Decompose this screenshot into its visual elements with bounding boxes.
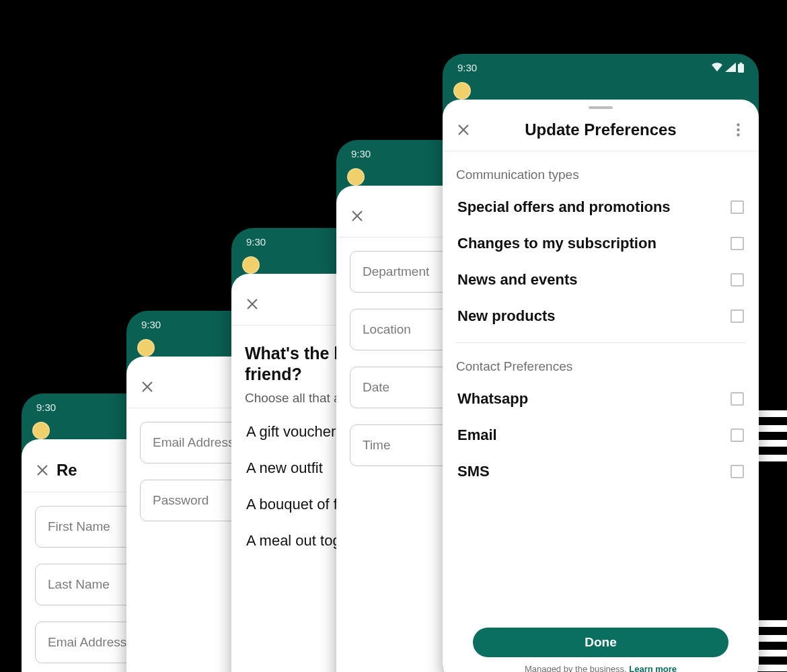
signal-icon xyxy=(725,63,736,72)
pref-sms[interactable]: SMS xyxy=(443,453,759,490)
sheet-handle[interactable] xyxy=(589,106,613,109)
check-row-label: News and events xyxy=(457,271,578,289)
avatar xyxy=(347,168,365,186)
svg-rect-1 xyxy=(740,63,743,64)
close-icon[interactable] xyxy=(348,207,366,225)
avatar xyxy=(32,422,50,439)
learn-more-link[interactable]: Learn more xyxy=(629,664,677,672)
deco-stripe xyxy=(757,440,787,447)
battery-icon xyxy=(738,63,744,73)
wifi-icon xyxy=(711,63,723,72)
close-icon[interactable] xyxy=(34,461,51,479)
pref-special-offers[interactable]: Special offers and promotions xyxy=(443,189,759,225)
avatar xyxy=(242,256,260,274)
svg-rect-0 xyxy=(738,64,744,73)
checkbox-icon[interactable] xyxy=(730,428,744,442)
svg-point-4 xyxy=(737,133,739,136)
pref-subscription-changes[interactable]: Changes to my subscription xyxy=(443,225,759,262)
deco-stripe xyxy=(757,650,787,657)
close-icon[interactable] xyxy=(139,378,156,396)
kebab-menu-icon[interactable] xyxy=(729,121,747,139)
check-row-label: SMS xyxy=(457,463,490,480)
avatar xyxy=(137,339,155,357)
checkbox-icon[interactable] xyxy=(730,465,744,478)
deco-stripe xyxy=(757,665,787,671)
pref-email[interactable]: Email xyxy=(443,417,759,453)
deco-stripe xyxy=(757,620,787,627)
check-row-label: Changes to my subscription xyxy=(457,235,657,252)
deco-stripe xyxy=(757,455,787,461)
sheet-title: Re xyxy=(51,461,77,480)
pref-news-events[interactable]: News and events xyxy=(443,262,759,298)
deco-stripe xyxy=(757,410,787,417)
checkbox-icon[interactable] xyxy=(730,237,744,250)
avatar xyxy=(453,82,471,100)
svg-point-3 xyxy=(737,128,739,131)
status-bar: 9:30 xyxy=(443,54,759,81)
status-icons xyxy=(711,63,744,73)
phone-preferences: 9:30 Update Preferences Communication ty… xyxy=(443,54,759,672)
status-time: 9:30 xyxy=(457,62,477,73)
status-time: 9:30 xyxy=(246,236,266,248)
pref-whatsapp[interactable]: Whatsapp xyxy=(443,381,759,417)
status-time: 9:30 xyxy=(351,148,371,159)
checkbox-icon[interactable] xyxy=(730,273,744,287)
status-time: 9:30 xyxy=(141,319,161,330)
managed-footer: Managed by the business. Learn more xyxy=(525,664,677,672)
section-label-contact: Contact Preferences xyxy=(443,343,759,381)
deco-stripe xyxy=(757,635,787,642)
check-row-label: Special offers and promotions xyxy=(457,198,671,216)
sheet-title: Update Preferences xyxy=(443,120,759,139)
checkbox-icon[interactable] xyxy=(730,392,744,406)
check-row-label: New products xyxy=(457,307,555,325)
deco-stripe xyxy=(757,425,787,432)
check-row-label: Email xyxy=(457,426,497,444)
done-button[interactable]: Done xyxy=(473,628,728,657)
pref-new-products[interactable]: New products xyxy=(443,298,759,334)
close-icon[interactable] xyxy=(455,121,472,139)
check-row-label: Whatsapp xyxy=(457,390,528,408)
status-time: 9:30 xyxy=(36,402,56,413)
checkbox-icon[interactable] xyxy=(730,200,744,214)
section-label-communication: Communication types xyxy=(443,151,759,189)
checkbox-icon[interactable] xyxy=(730,309,744,323)
close-icon[interactable] xyxy=(243,295,261,313)
svg-point-2 xyxy=(737,123,739,126)
